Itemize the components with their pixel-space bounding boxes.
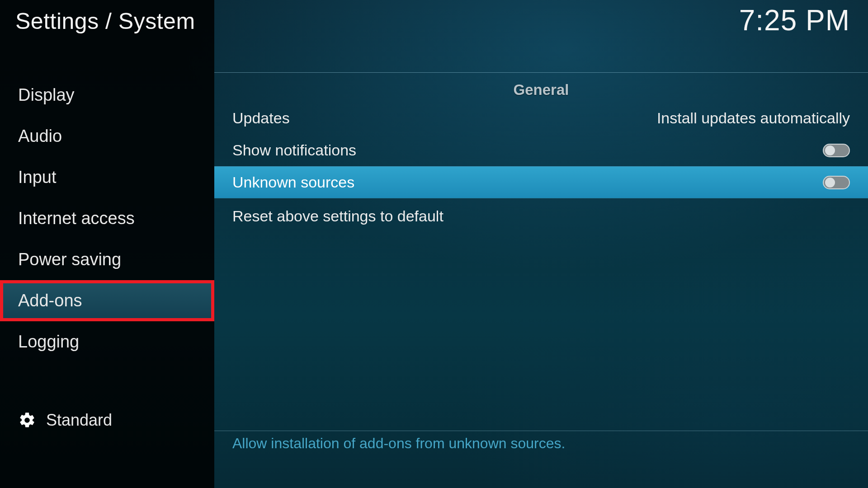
settings-level-label: Standard [46,411,112,430]
setting-label: Updates [232,109,290,127]
setting-label: Show notifications [232,141,356,159]
sidebar-item-display[interactable]: Display [0,75,214,116]
sidebar-item-audio[interactable]: Audio [0,116,214,157]
setting-reset-defaults[interactable]: Reset above settings to default [214,198,868,234]
settings-rows: Updates Install updates automatically Sh… [214,102,868,234]
toggle-unknown-sources[interactable] [823,176,850,189]
section-header-general: General [214,81,868,99]
sidebar-item-label: Display [18,85,75,105]
sidebar-item-internet-access[interactable]: Internet access [0,198,214,239]
sidebar-item-power-saving[interactable]: Power saving [0,239,214,280]
sidebar-item-label: Add-ons [18,291,82,310]
toggle-show-notifications[interactable] [823,144,850,157]
setting-updates[interactable]: Updates Install updates automatically [214,102,868,134]
sidebar-item-input[interactable]: Input [0,157,214,198]
setting-label: Unknown sources [232,174,354,191]
setting-label: Reset above settings to default [232,207,443,225]
breadcrumb: Settings / System [15,8,195,34]
sidebar-item-label: Audio [18,127,62,146]
sidebar: Settings / System Display Audio Input In… [0,0,214,488]
sidebar-item-label: Logging [18,332,79,352]
content-area: General Updates Install updates automati… [214,72,868,488]
clock: 7:25 PM [739,4,850,37]
sidebar-item-add-ons[interactable]: Add-ons [0,280,214,321]
setting-unknown-sources[interactable]: Unknown sources [214,166,868,198]
sidebar-item-label: Input [18,168,57,187]
setting-description: Allow installation of add-ons from unkno… [232,435,850,452]
content-divider [214,72,868,73]
toggle-knob [825,178,835,188]
sidebar-item-label: Internet access [18,209,135,228]
settings-level-button[interactable]: Standard [0,402,214,438]
setting-value: Install updates automatically [657,109,850,127]
gear-icon [18,411,36,429]
sidebar-list: Display Audio Input Internet access Powe… [0,75,214,362]
sidebar-item-logging[interactable]: Logging [0,321,214,362]
sidebar-item-label: Power saving [18,250,121,269]
toggle-knob [825,145,835,155]
setting-show-notifications[interactable]: Show notifications [214,134,868,166]
footer-divider [214,431,868,431]
